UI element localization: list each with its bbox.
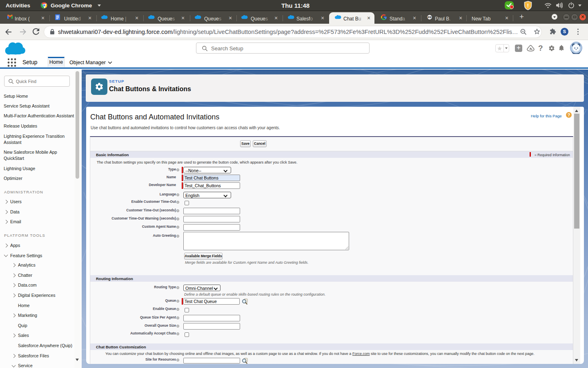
svg-text:PF: PF xyxy=(428,16,432,19)
svg-text:!: ! xyxy=(527,2,529,9)
